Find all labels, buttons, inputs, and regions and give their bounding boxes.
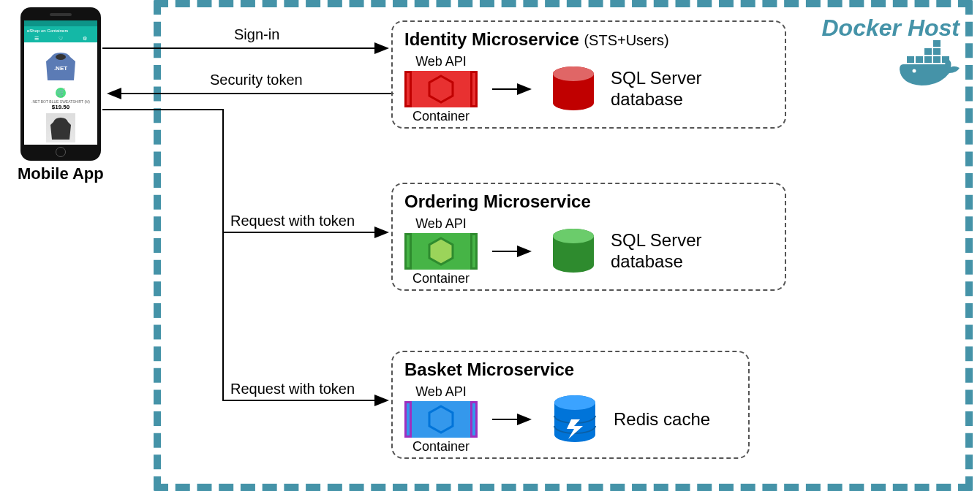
arrow-signin — [102, 41, 393, 56]
svg-point-16 — [553, 66, 594, 81]
ordering-title: Ordering Microservice — [404, 191, 773, 212]
svg-point-9 — [56, 54, 66, 60]
arrow-icon — [492, 82, 536, 96]
svg-marker-13 — [429, 76, 453, 102]
container-label: Container — [412, 109, 470, 124]
svg-rect-7 — [907, 56, 914, 63]
ordering-microservice: Ordering Microservice Web API Container — [391, 183, 786, 291]
basket-microservice: Basket Microservice Web API Container — [391, 351, 750, 459]
mobile-phone: eShop on Containers ☰♡⚙ .NET 🛒 .NET BOT … — [20, 7, 101, 161]
webapi-label: Web API — [415, 216, 467, 232]
phone-screen: eShop on Containers ☰♡⚙ .NET 🛒 .NET BOT … — [24, 20, 97, 145]
database-icon — [551, 227, 596, 275]
ordering-db-label: SQL Serverdatabase — [611, 230, 702, 273]
docker-host-label: Docker Host — [822, 15, 960, 42]
phone-app-title: eShop on Containers — [24, 26, 97, 35]
identity-title: Identity Microservice (STS+Users) — [404, 29, 773, 50]
svg-text:.NET: .NET — [54, 65, 67, 72]
basket-title: Basket Microservice — [404, 359, 736, 380]
svg-rect-0 — [916, 56, 923, 63]
phone-tabs: ☰♡⚙ — [24, 35, 97, 42]
identity-microservice: Identity Microservice (STS+Users) Web AP… — [391, 20, 786, 129]
phone-product: .NET 🛒 .NET BOT BLUE SWEATSHIRT (M) $19.… — [24, 42, 97, 142]
svg-marker-17 — [429, 238, 453, 264]
svg-rect-3 — [924, 48, 932, 55]
docker-logo-icon — [900, 40, 973, 102]
redis-cache-icon — [551, 394, 599, 445]
database-icon — [551, 65, 596, 113]
hexagon-icon — [426, 404, 456, 435]
svg-rect-1 — [924, 56, 932, 63]
arrow-icon — [492, 244, 536, 259]
hexagon-icon — [426, 74, 456, 104]
svg-point-24 — [554, 395, 595, 410]
arrow-icon — [492, 412, 536, 427]
svg-point-20 — [553, 229, 594, 243]
svg-rect-5 — [933, 40, 941, 47]
svg-point-8 — [913, 69, 916, 73]
ordering-container: Web API Container — [404, 215, 478, 288]
phone-price: $19.50 — [52, 104, 69, 110]
svg-rect-2 — [933, 56, 941, 63]
identity-container: Web API Container — [404, 53, 478, 126]
container-label: Container — [412, 271, 470, 286]
arrow-token — [102, 86, 393, 101]
basket-container: Web API Container — [404, 383, 478, 456]
webapi-label: Web API — [415, 54, 467, 69]
mobile-app-label: Mobile App — [18, 164, 104, 183]
container-label: Container — [412, 439, 470, 454]
svg-rect-4 — [933, 48, 941, 55]
hexagon-icon — [426, 236, 456, 267]
webapi-label: Web API — [415, 384, 467, 400]
identity-db-label: SQL Serverdatabase — [611, 68, 702, 110]
identity-title-text: Identity Microservice — [404, 29, 579, 49]
svg-marker-21 — [429, 406, 453, 433]
architecture-diagram: Docker Host eShop on Containers ☰♡⚙ — [0, 0, 980, 491]
identity-subtitle: (STS+Users) — [584, 32, 668, 48]
arrow-request-basket — [102, 110, 395, 409]
basket-db-label: Redis cache — [614, 409, 710, 430]
